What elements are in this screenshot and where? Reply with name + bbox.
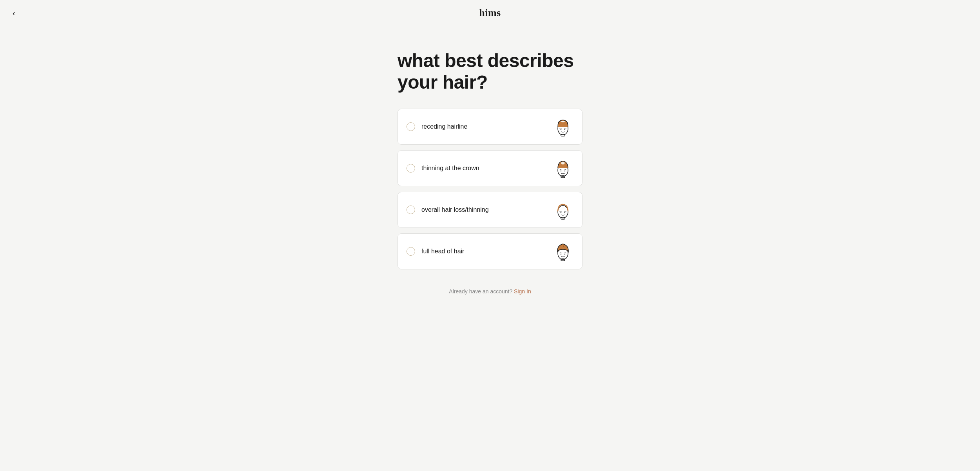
app-header: ‹ hims: [0, 0, 980, 26]
svg-point-2: [561, 129, 561, 130]
options-list: receding hairline: [397, 109, 583, 269]
option-left-overall: overall hair loss/thinning: [407, 205, 489, 214]
svg-point-16: [564, 254, 565, 255]
svg-point-12: [564, 212, 565, 213]
footer-text: Already have an account? Sign In: [397, 288, 583, 295]
svg-point-9: [558, 205, 568, 218]
app-logo: hims: [479, 7, 501, 19]
option-full-hair[interactable]: full head of hair: [397, 233, 583, 269]
illustration-overall-loss: [552, 199, 573, 220]
option-label-full-hair: full head of hair: [421, 248, 464, 255]
radio-receding-hairline[interactable]: [407, 122, 415, 131]
svg-point-11: [561, 212, 561, 213]
option-left-full: full head of hair: [407, 247, 464, 256]
option-label-receding-hairline: receding hairline: [421, 123, 467, 130]
question-title: what best describes your hair?: [397, 50, 583, 93]
sign-in-link[interactable]: Sign In: [514, 288, 531, 295]
svg-point-6: [561, 162, 565, 165]
svg-point-15: [561, 254, 561, 255]
option-thinning-crown[interactable]: thinning at the crown: [397, 150, 583, 186]
radio-full-hair[interactable]: [407, 247, 415, 256]
option-left: receding hairline: [407, 122, 467, 131]
main-content: what best describes your hair? receding …: [388, 26, 592, 310]
back-icon: ‹: [13, 9, 15, 18]
radio-overall-loss[interactable]: [407, 205, 415, 214]
svg-point-3: [564, 129, 565, 130]
svg-point-7: [561, 171, 561, 171]
svg-point-8: [564, 171, 565, 171]
option-label-thinning-crown: thinning at the crown: [421, 165, 479, 172]
option-left-crown: thinning at the crown: [407, 164, 479, 173]
back-button[interactable]: ‹: [9, 7, 18, 19]
radio-thinning-crown[interactable]: [407, 164, 415, 173]
option-receding-hairline[interactable]: receding hairline: [397, 109, 583, 145]
already-have-account-text: Already have an account?: [449, 288, 512, 295]
illustration-full-hair: [552, 241, 573, 262]
illustration-thinning-crown: [552, 158, 573, 179]
option-label-overall-loss: overall hair loss/thinning: [421, 206, 489, 213]
option-overall-loss[interactable]: overall hair loss/thinning: [397, 192, 583, 228]
illustration-receding-hairline: [552, 116, 573, 137]
